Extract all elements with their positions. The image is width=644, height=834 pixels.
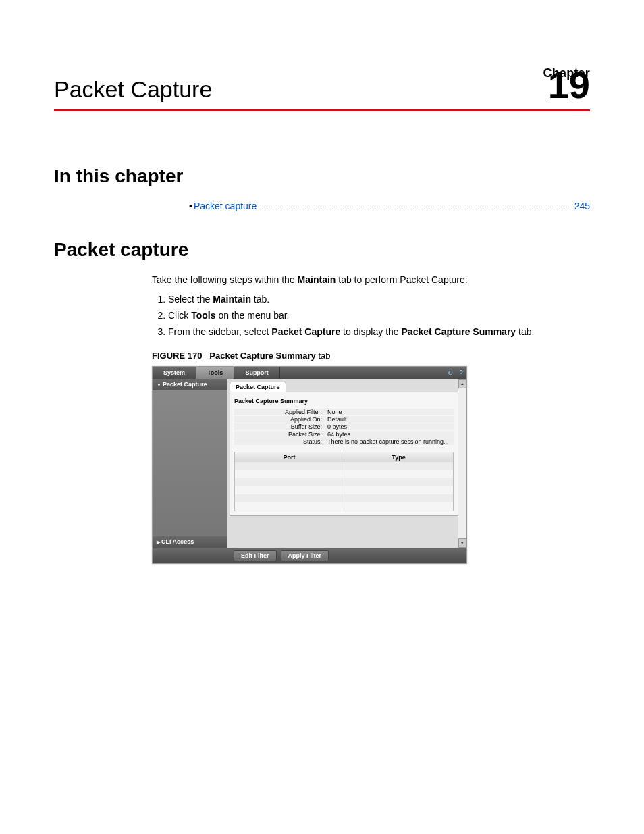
- step-2-bold: Tools: [191, 310, 215, 321]
- chapter-header: Chapter 19 Packet Capture: [54, 66, 590, 104]
- intro-text-pre: Take the following steps within the: [152, 274, 298, 285]
- row-applied-filter: Applied Filter: None: [234, 409, 454, 415]
- toc-dots: [259, 209, 571, 209]
- menu-support[interactable]: Support: [234, 367, 280, 379]
- chapter-title: Packet Capture: [54, 76, 212, 103]
- label-buffer-size: Buffer Size:: [234, 423, 325, 430]
- step-1-post: tab.: [251, 294, 269, 305]
- sidebar-item-packet-capture[interactable]: Packet Capture: [153, 379, 227, 390]
- refresh-icon[interactable]: ↻: [445, 367, 456, 379]
- intro-bold-maintain: Maintain: [298, 274, 336, 285]
- edit-filter-button[interactable]: Edit Filter: [234, 550, 277, 561]
- value-packet-size: 64 bytes: [325, 431, 454, 438]
- column-type[interactable]: Type: [344, 452, 453, 462]
- figure-label: FIGURE 170: [152, 350, 202, 361]
- chapter-rule: [54, 109, 590, 111]
- step-1: Select the Maintain tab.: [168, 294, 590, 305]
- sidebar-item-cli-access[interactable]: CLI Access: [153, 536, 227, 548]
- value-applied-on: Default: [325, 416, 454, 423]
- step-3-post: tab.: [516, 326, 534, 337]
- value-applied-filter: None: [325, 409, 454, 415]
- label-status: Status:: [234, 438, 325, 445]
- scrollbar[interactable]: ▴ ▾: [458, 379, 466, 548]
- table-row: [235, 478, 453, 486]
- step-3-pre: From the sidebar, select: [168, 326, 271, 337]
- step-2-pre: Click: [168, 310, 191, 321]
- label-applied-filter: Applied Filter:: [234, 409, 325, 415]
- intro-text-post: tab to perform Packet Capture:: [336, 274, 467, 285]
- figure-title-rest: tab: [316, 350, 331, 361]
- apply-filter-button[interactable]: Apply Filter: [281, 550, 329, 561]
- table-row: [235, 494, 453, 502]
- section-packet-capture: Packet capture: [54, 239, 590, 261]
- row-status: Status: There is no packet capture sessi…: [234, 438, 454, 445]
- step-2-post: on the menu bar.: [216, 310, 290, 321]
- figure-title-bold: Packet Capture Summary: [209, 350, 316, 361]
- step-1-pre: Select the: [168, 294, 213, 305]
- tab-packet-capture[interactable]: Packet Capture: [230, 382, 286, 392]
- menu-tools[interactable]: Tools: [196, 367, 234, 379]
- scroll-up-icon[interactable]: ▴: [458, 379, 466, 388]
- bullet-icon: •: [189, 201, 192, 211]
- step-3: From the sidebar, select Packet Capture …: [168, 326, 590, 337]
- sidebar: Packet Capture CLI Access: [153, 379, 227, 548]
- table-row: [235, 486, 453, 494]
- row-packet-size: Packet Size: 64 bytes: [234, 431, 454, 438]
- section-in-this-chapter: In this chapter: [54, 165, 590, 187]
- step-2: Click Tools on the menu bar.: [168, 310, 590, 321]
- port-type-table: Port Type: [234, 452, 454, 511]
- toc-page-number[interactable]: 245: [574, 201, 590, 211]
- table-row: [235, 470, 453, 478]
- value-buffer-size: 0 bytes: [325, 423, 454, 430]
- step-3-bold-1: Packet Capture: [271, 326, 340, 337]
- step-1-bold: Maintain: [213, 294, 251, 305]
- app-menubar: System Tools Support ↻ ?: [153, 367, 466, 379]
- row-applied-on: Applied On: Default: [234, 416, 454, 423]
- packet-capture-panel: Packet Capture Summary Applied Filter: N…: [230, 392, 458, 516]
- row-buffer-size: Buffer Size: 0 bytes: [234, 423, 454, 430]
- scroll-down-icon[interactable]: ▾: [458, 538, 466, 548]
- steps-list: Select the Maintain tab. Click Tools on …: [152, 294, 590, 337]
- help-icon[interactable]: ?: [456, 367, 466, 379]
- table-row: [235, 502, 453, 511]
- chapter-label: Chapter: [543, 66, 590, 80]
- label-applied-on: Applied On:: [234, 416, 325, 423]
- step-3-mid: to display the: [340, 326, 401, 337]
- main-panel: Packet Capture Packet Capture Summary Ap…: [227, 379, 466, 548]
- step-3-bold-2: Packet Capture Summary: [402, 326, 516, 337]
- column-port[interactable]: Port: [235, 452, 344, 462]
- figure-caption: FIGURE 170 Packet Capture Summary tab: [152, 350, 590, 361]
- toc-link-packet-capture[interactable]: Packet capture: [194, 201, 257, 211]
- footer-bar: Edit Filter Apply Filter: [153, 548, 466, 563]
- panel-title: Packet Capture Summary: [234, 398, 454, 405]
- screenshot-figure: System Tools Support ↻ ? Packet Capture …: [152, 366, 467, 564]
- table-row: [235, 462, 453, 470]
- intro-paragraph: Take the following steps within the Main…: [152, 273, 590, 287]
- menu-system[interactable]: System: [153, 367, 196, 379]
- value-status: There is no packet capture session runni…: [325, 438, 454, 445]
- label-packet-size: Packet Size:: [234, 431, 325, 438]
- toc-line: • Packet capture 245: [189, 201, 590, 212]
